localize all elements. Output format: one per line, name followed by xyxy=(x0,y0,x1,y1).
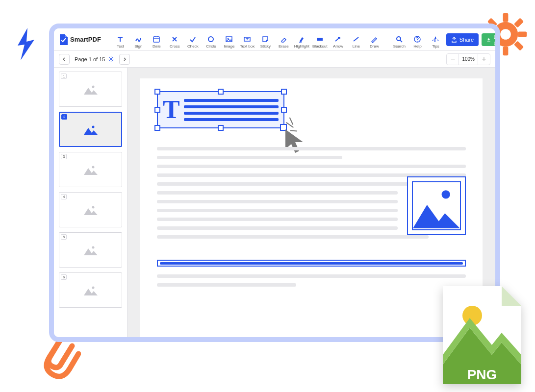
tool-cross[interactable]: Cross xyxy=(166,31,183,49)
svg-rect-4 xyxy=(518,32,527,37)
cross-icon xyxy=(171,35,178,43)
tool-search[interactable]: Search xyxy=(391,31,408,49)
page-indicator-text: Page 1 of 15 xyxy=(75,56,105,62)
arrow-icon xyxy=(334,35,342,43)
toolbar-actions: Share Download pdf xyxy=(446,33,500,46)
resize-handle-ml[interactable] xyxy=(154,107,160,113)
app-window: SmartPDF TextSignDateCrossCheckCircleIma… xyxy=(49,24,500,342)
tool-label: Cross xyxy=(170,44,180,49)
resize-handle-mr[interactable] xyxy=(281,107,287,113)
tips-icon xyxy=(432,35,439,43)
page-settings-icon[interactable] xyxy=(108,56,114,62)
tool-highlight[interactable]: Highlight xyxy=(293,31,310,49)
highlight-selection[interactable] xyxy=(157,260,466,267)
thumbnail-page-4[interactable]: 4 xyxy=(59,192,122,227)
tool-label: Tips xyxy=(432,44,439,49)
tool-text[interactable]: Text xyxy=(112,31,129,49)
thumbnail-number: 5 xyxy=(61,234,67,240)
svg-point-18 xyxy=(417,41,418,42)
brand-logo-icon xyxy=(59,34,68,45)
tool-label: Line xyxy=(353,44,360,49)
tool-check[interactable]: Check xyxy=(184,31,202,49)
zoom-in-button[interactable]: + xyxy=(478,54,490,65)
tool-label: Text xyxy=(117,44,124,49)
png-file-badge: PNG xyxy=(438,281,526,389)
image-placeholder[interactable] xyxy=(407,176,466,235)
resize-handle-tr[interactable] xyxy=(281,89,287,95)
sticky-icon xyxy=(261,35,269,43)
tool-label: Blackout xyxy=(312,44,328,49)
svg-point-22 xyxy=(92,166,94,169)
check-icon xyxy=(189,35,197,43)
thumbnail-page-1[interactable]: 1 xyxy=(59,72,122,107)
document-page[interactable]: T xyxy=(140,78,483,337)
line-icon xyxy=(352,35,360,43)
tool-label: Highlight xyxy=(294,44,309,49)
thumbnail-page-2[interactable]: 2 xyxy=(59,112,122,147)
click-spark-icon xyxy=(289,117,294,124)
tool-label: Arrow xyxy=(333,44,343,49)
tool-textbox[interactable]: Text box xyxy=(239,31,256,49)
thumbnail-sidebar[interactable]: 123456 xyxy=(54,68,127,337)
image-icon xyxy=(84,164,98,175)
resize-handle-tl[interactable] xyxy=(154,89,160,95)
tool-label: Text box xyxy=(240,44,255,49)
erase-icon xyxy=(280,35,287,43)
svg-point-21 xyxy=(92,126,94,128)
image-icon xyxy=(84,245,98,255)
tool-label: Date xyxy=(153,44,161,49)
thumbnail-page-5[interactable]: 5 xyxy=(59,232,122,268)
png-badge-label: PNG xyxy=(467,367,497,382)
tool-circle[interactable]: Circle xyxy=(203,31,220,49)
tool-sticky[interactable]: Sticky xyxy=(257,31,274,49)
tools-group-help: SearchHelpTips xyxy=(391,31,444,49)
thumbnail-number: 3 xyxy=(61,154,67,159)
tool-sign[interactable]: Sign xyxy=(130,31,147,49)
thumbnail-number: 6 xyxy=(61,274,67,280)
lightning-decoration-icon xyxy=(14,27,38,61)
svg-rect-6 xyxy=(514,18,524,27)
svg-point-9 xyxy=(500,29,511,40)
svg-rect-1 xyxy=(503,13,509,22)
next-page-button[interactable] xyxy=(119,54,130,65)
search-icon xyxy=(395,35,403,43)
tool-erase[interactable]: Erase xyxy=(275,31,292,49)
tool-label: Image xyxy=(224,44,234,49)
brand-name: SmartPDF xyxy=(70,36,101,43)
text-lines-icon xyxy=(184,99,279,121)
share-icon xyxy=(451,37,457,43)
highlight-icon xyxy=(298,35,306,43)
tool-label: Sign xyxy=(134,44,142,49)
tool-label: Sticky xyxy=(260,44,271,49)
resize-handle-tm[interactable] xyxy=(218,89,224,95)
svg-rect-15 xyxy=(317,38,323,41)
image-icon xyxy=(84,204,98,215)
resize-handle-bl[interactable] xyxy=(154,125,160,131)
tool-blackout[interactable]: Blackout xyxy=(311,31,329,49)
selected-text-block[interactable]: T xyxy=(157,91,284,128)
prev-page-button[interactable] xyxy=(59,54,70,65)
tool-line[interactable]: Line xyxy=(348,31,365,49)
tool-tips[interactable]: Tips xyxy=(427,31,444,49)
zoom-value: 100% xyxy=(459,54,478,65)
chevron-right-icon xyxy=(122,57,127,62)
download-button[interactable]: Download pdf xyxy=(482,33,500,46)
svg-point-16 xyxy=(397,37,401,41)
image-icon xyxy=(84,124,98,135)
tool-date[interactable]: Date xyxy=(148,31,165,49)
help-icon xyxy=(413,35,421,43)
resize-handle-bm[interactable] xyxy=(218,125,224,131)
share-button[interactable]: Share xyxy=(446,33,479,46)
tool-help[interactable]: Help xyxy=(409,31,426,49)
tool-draw[interactable]: Draw xyxy=(366,31,383,49)
tool-label: Erase xyxy=(279,44,289,49)
download-label: Download pdf xyxy=(493,34,500,46)
sign-icon xyxy=(134,35,142,43)
tool-arrow[interactable]: Arrow xyxy=(330,31,347,49)
svg-point-23 xyxy=(92,206,94,209)
zoom-out-button[interactable]: − xyxy=(447,54,459,65)
thumbnail-page-6[interactable]: 6 xyxy=(59,272,122,308)
tool-image[interactable]: Image xyxy=(221,31,238,49)
tool-label: Circle xyxy=(206,44,216,49)
thumbnail-page-3[interactable]: 3 xyxy=(59,152,122,187)
